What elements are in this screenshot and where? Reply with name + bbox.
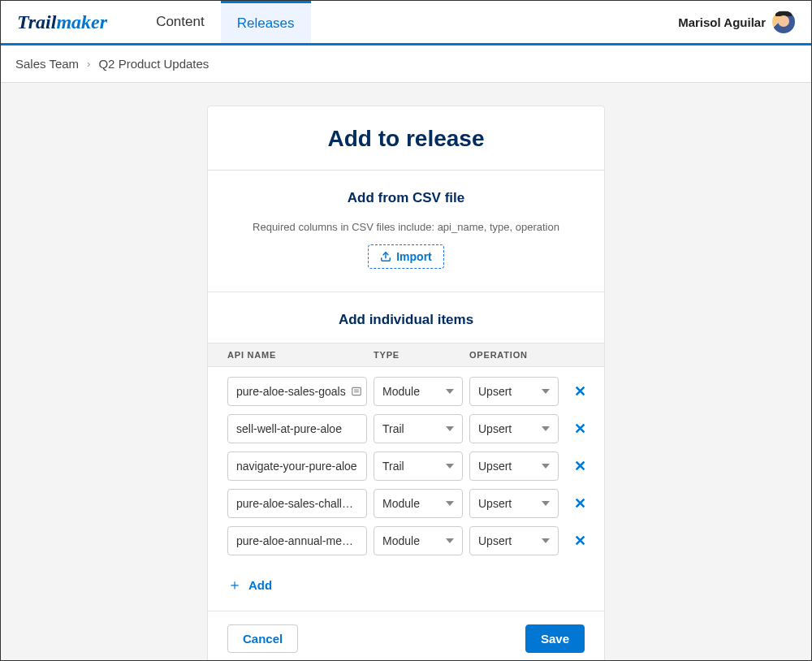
- chevron-down-icon: [446, 538, 454, 543]
- delete-row-button[interactable]: ✕: [565, 534, 594, 548]
- chevron-down-icon: [542, 389, 550, 394]
- add-row-button[interactable]: ＋ Add: [227, 575, 585, 594]
- nav-tabs: Content Releases: [140, 1, 310, 43]
- api-name-input[interactable]: [227, 451, 367, 481]
- card-title: Add to release: [208, 106, 604, 170]
- tab-releases[interactable]: Releases: [221, 1, 311, 43]
- chevron-down-icon: [446, 389, 454, 394]
- delete-row-button[interactable]: ✕: [565, 496, 594, 511]
- table-row: Module Upsert ✕: [227, 489, 585, 518]
- save-button[interactable]: Save: [525, 624, 585, 653]
- breadcrumb: Sales Team › Q2 Product Updates: [1, 45, 811, 83]
- individual-heading: Add individual items: [227, 312, 585, 328]
- csv-helper-text: Required columns in CSV files include: a…: [227, 221, 585, 233]
- type-select[interactable]: Trail: [374, 414, 463, 443]
- chevron-down-icon: [542, 501, 550, 506]
- plus-icon: ＋: [227, 575, 242, 594]
- operation-select[interactable]: Upsert: [469, 414, 559, 443]
- type-select[interactable]: Trail: [374, 451, 463, 481]
- type-select[interactable]: Module: [374, 526, 463, 555]
- type-select[interactable]: Module: [374, 489, 463, 518]
- type-value: Module: [382, 385, 420, 398]
- card-footer: Cancel Save: [208, 611, 604, 661]
- type-value: Trail: [382, 422, 404, 435]
- lookup-icon: [351, 386, 362, 397]
- api-name-input[interactable]: [227, 377, 367, 406]
- add-to-release-card: Add to release Add from CSV file Require…: [207, 106, 605, 661]
- operation-select[interactable]: Upsert: [469, 451, 559, 481]
- type-select[interactable]: Module: [374, 377, 463, 406]
- operation-value: Upsert: [478, 460, 512, 473]
- individual-section: Add individual items API NAME TYPE OPERA…: [208, 292, 604, 611]
- chevron-down-icon: [446, 501, 454, 506]
- type-value: Trail: [382, 460, 404, 473]
- breadcrumb-item-2[interactable]: Q2 Product Updates: [98, 57, 209, 71]
- table-row: Module Upsert ✕: [227, 526, 585, 555]
- table-row: Module Upsert ✕: [227, 377, 585, 406]
- content-wrap: Add to release Add from CSV file Require…: [1, 83, 811, 661]
- operation-value: Upsert: [478, 385, 512, 398]
- type-value: Module: [382, 497, 420, 510]
- chevron-down-icon: [446, 464, 454, 469]
- chevron-down-icon: [446, 426, 454, 431]
- col-type: TYPE: [374, 350, 463, 360]
- logo-part1: Trail: [17, 11, 56, 32]
- chevron-down-icon: [542, 538, 550, 543]
- delete-row-button[interactable]: ✕: [565, 459, 594, 473]
- operation-value: Upsert: [478, 422, 512, 435]
- user-name: Marisol Aguilar: [678, 15, 766, 29]
- operation-value: Upsert: [478, 497, 512, 510]
- api-name-input[interactable]: [227, 489, 367, 518]
- col-operation: OPERATION: [469, 350, 559, 360]
- breadcrumb-item-1[interactable]: Sales Team: [15, 57, 79, 71]
- csv-section: Add from CSV file Required columns in CS…: [208, 170, 604, 292]
- logo-part2: maker: [56, 11, 107, 32]
- import-label: Import: [396, 250, 432, 263]
- upload-icon: [380, 251, 391, 262]
- api-name-input[interactable]: [227, 526, 367, 555]
- table-row: Trail Upsert ✕: [227, 414, 585, 443]
- tab-content[interactable]: Content: [140, 1, 221, 43]
- cancel-button[interactable]: Cancel: [227, 624, 298, 653]
- api-name-input[interactable]: [227, 414, 367, 443]
- operation-value: Upsert: [478, 534, 512, 547]
- chevron-down-icon: [542, 464, 550, 469]
- delete-row-button[interactable]: ✕: [565, 421, 594, 436]
- table-row: Trail Upsert ✕: [227, 451, 585, 481]
- table-header: API NAME TYPE OPERATION: [208, 343, 604, 367]
- user-area[interactable]: Marisol Aguilar: [678, 11, 795, 33]
- operation-select[interactable]: Upsert: [469, 377, 559, 406]
- top-navigation: Trailmaker Content Releases Marisol Agui…: [1, 1, 811, 45]
- logo: Trailmaker: [17, 11, 107, 33]
- csv-heading: Add from CSV file: [227, 190, 585, 206]
- type-value: Module: [382, 534, 420, 547]
- operation-select[interactable]: Upsert: [469, 526, 559, 555]
- import-button[interactable]: Import: [368, 244, 444, 269]
- operation-select[interactable]: Upsert: [469, 489, 559, 518]
- col-api: API NAME: [227, 350, 367, 360]
- chevron-right-icon: ›: [87, 58, 90, 70]
- chevron-down-icon: [542, 426, 550, 431]
- add-label: Add: [248, 578, 272, 592]
- delete-row-button[interactable]: ✕: [565, 384, 594, 399]
- avatar[interactable]: [772, 11, 795, 33]
